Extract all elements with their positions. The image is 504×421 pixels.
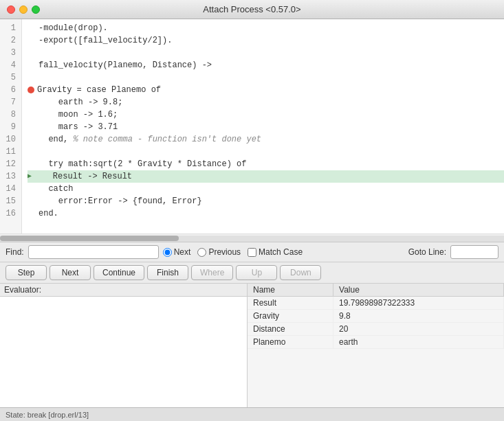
up-button[interactable]: Up: [236, 265, 277, 280]
search-options: Next Previous Match Case: [163, 247, 303, 257]
var-value: 20: [333, 323, 504, 336]
where-button[interactable]: Where: [191, 265, 233, 280]
title-bar: Attach Process <0.57.0>: [0, 0, 504, 19]
continue-button[interactable]: Continue: [94, 265, 144, 280]
col-value: Value: [333, 284, 504, 297]
evaluator-label: Evaluator:: [0, 284, 247, 297]
next-button[interactable]: Next: [50, 265, 91, 280]
var-name: Gravity: [248, 310, 333, 323]
previous-radio[interactable]: [197, 248, 206, 257]
code-line: end, % note comma - function isn't done …: [28, 133, 504, 146]
code-line: moon -> 1.6;: [28, 109, 504, 121]
code-line: earth -> 9.8;: [28, 96, 504, 109]
step-button[interactable]: Step: [6, 265, 47, 280]
table-row: Planemoearth: [248, 336, 504, 349]
find-bar: Find: Next Previous Match Case Goto Line…: [0, 242, 504, 262]
status-text: State: break [drop.erl/13]: [6, 411, 89, 419]
col-name: Name: [248, 284, 333, 297]
window-title: Attach Process <0.57.0>: [203, 4, 300, 14]
code-line: mars -> 3.71: [28, 121, 504, 133]
code-line: [28, 146, 504, 158]
code-line: error:Error -> {found, Error}: [28, 195, 504, 207]
next-radio-text: Next: [174, 247, 191, 257]
eval-vars-row: Evaluator: Name Value Result19.798989873…: [0, 284, 504, 407]
bottom-panel: Find: Next Previous Match Case Goto Line…: [0, 242, 504, 407]
var-name: Planemo: [248, 336, 333, 349]
find-label: Find:: [6, 247, 24, 257]
var-value: earth: [333, 336, 504, 349]
var-value: 19.79898987322333: [333, 297, 504, 310]
editor-wrapper: 1 2 3 4 5 6 7 8 9 10 11 12 13 14 15 16: [0, 19, 504, 234]
main-layout: 1 2 3 4 5 6 7 8 9 10 11 12 13 14 15 16: [0, 19, 504, 421]
minimize-button[interactable]: [19, 5, 28, 14]
maximize-button[interactable]: [32, 5, 40, 14]
var-value: 9.8: [333, 310, 504, 323]
code-line-current: ▶ Result -> Result: [28, 170, 504, 183]
status-bar: State: break [drop.erl/13]: [0, 407, 504, 421]
code-lines: -module(drop). -export([fall_velocity/2]…: [22, 19, 504, 234]
code-line: [28, 71, 504, 84]
code-line: Gravity = case Planemo of: [28, 84, 504, 96]
evaluator-content[interactable]: [0, 297, 247, 407]
previous-radio-label[interactable]: Previous: [197, 247, 241, 257]
table-row: Gravity9.8: [248, 310, 504, 323]
next-radio[interactable]: [163, 248, 172, 257]
code-line: fall_velocity(Planemo, Distance) ->: [28, 59, 504, 71]
table-row: Result19.79898987322333: [248, 297, 504, 310]
code-line: -export([fall_velocity/2]).: [28, 34, 504, 47]
find-input[interactable]: [28, 245, 159, 259]
finish-button[interactable]: Finish: [147, 265, 188, 280]
horizontal-scrollbar[interactable]: [0, 234, 504, 242]
debug-toolbar: Step Next Continue Finish Where Up Down: [0, 262, 504, 284]
current-line-arrow: ▶: [28, 170, 32, 183]
matchcase-text: Match Case: [259, 247, 303, 257]
variables-panel: Name Value Result19.79898987322333Gravit…: [248, 284, 504, 407]
var-name: Distance: [248, 323, 333, 336]
matchcase-checkbox-label[interactable]: Match Case: [248, 247, 303, 257]
code-line: [28, 47, 504, 59]
code-line: catch: [28, 183, 504, 195]
window-controls: [7, 5, 40, 14]
code-line: try math:sqrt(2 * Gravity * Distance) of: [28, 158, 504, 170]
next-radio-label[interactable]: Next: [163, 247, 191, 257]
goto-line-input[interactable]: [450, 245, 498, 259]
code-line: -module(drop).: [28, 22, 504, 34]
code-line: end.: [28, 207, 504, 220]
evaluator-panel: Evaluator:: [0, 284, 248, 407]
code-editor: 1 2 3 4 5 6 7 8 9 10 11 12 13 14 15 16: [0, 19, 504, 234]
previous-radio-text: Previous: [208, 247, 241, 257]
table-row: Distance20: [248, 323, 504, 336]
breakpoint-icon: [28, 87, 34, 93]
matchcase-checkbox[interactable]: [248, 248, 256, 257]
down-button[interactable]: Down: [280, 265, 321, 280]
goto-line-label: Goto Line:: [408, 247, 446, 257]
close-button[interactable]: [7, 5, 15, 14]
var-name: Result: [248, 297, 333, 310]
variables-table: Name Value Result19.79898987322333Gravit…: [248, 284, 504, 349]
line-numbers: 1 2 3 4 5 6 7 8 9 10 11 12 13 14 15 16: [0, 19, 22, 234]
